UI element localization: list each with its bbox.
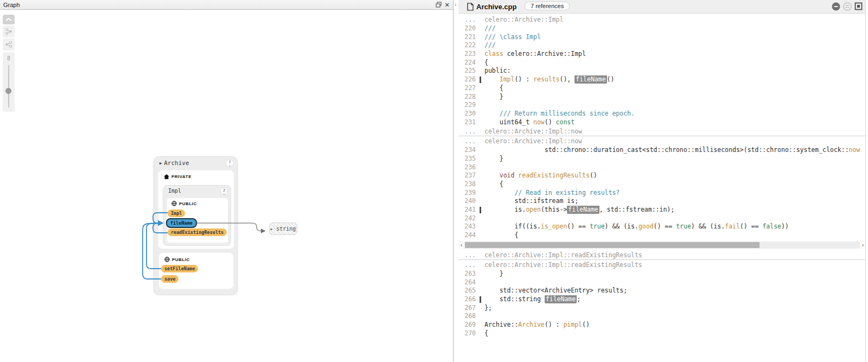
code-line: 236 [458, 163, 866, 172]
splitter-collapse-arrow[interactable]: ‹ [455, 2, 459, 9]
scope-ellipsis: ... [458, 250, 478, 259]
marker-gutter [478, 321, 484, 329]
minimize-code-view-icon[interactable] [832, 2, 840, 11]
archive-node-header[interactable]: ▶Archive 7 ⌄ [154, 157, 237, 169]
graph-node-read-existing-results[interactable]: readExistingResults [168, 228, 227, 236]
scroll-right-arrow[interactable]: › [860, 241, 866, 249]
filename-highlight[interactable]: fileName [575, 75, 607, 84]
marker-gutter [478, 163, 484, 172]
code-line: 269Archive::Archive() : pimpl() [458, 321, 866, 329]
code-text: Archive::Archive() : pimpl() [484, 321, 866, 329]
graph-node-impl-ctor[interactable]: Impl [168, 209, 185, 217]
graph-node-set-filename[interactable]: setFileName [161, 265, 198, 272]
code-text: std::chrono::duration_cast<std::chrono::… [484, 146, 866, 155]
line-number: 265 [458, 287, 478, 295]
code-token: ; [577, 295, 580, 303]
file-name[interactable]: Archive.cpp [476, 3, 516, 11]
code-line: 231 uint64_t now() const [458, 118, 866, 127]
snippet-scope-row[interactable]: ...celero::Archive::Impl [458, 15, 866, 24]
code-text: } [484, 155, 866, 163]
code-text [484, 163, 866, 172]
code-line: 270{ [458, 329, 866, 338]
marker-gutter [478, 172, 484, 180]
graph-toolbar: 8 [3, 15, 15, 112]
marker-gutter [478, 231, 484, 240]
filename-highlight[interactable]: fileName [567, 206, 599, 214]
code-line: 241 is.open(this->fileName, std::fstream… [458, 206, 866, 214]
code-text: Impl() : results(), fileName() [484, 75, 866, 84]
line-number: 227 [458, 84, 478, 93]
code-token: () == [654, 223, 676, 230]
code-token: } [484, 155, 503, 162]
code-text [484, 101, 866, 110]
graph-node-filename[interactable]: fileName [166, 218, 197, 228]
scrollbar-track[interactable] [464, 242, 860, 249]
graph-node-save[interactable]: save [161, 275, 178, 283]
filename-highlight[interactable]: fileName [545, 295, 577, 303]
active-reference-marker [478, 295, 484, 304]
horizontal-scrollbar[interactable]: ‹› [458, 241, 866, 249]
line-number: 266 [458, 295, 478, 304]
code-token: is_open [541, 223, 567, 230]
scrollbar-thumb[interactable] [465, 242, 760, 248]
line-number: 267 [458, 304, 478, 313]
code-text: } [484, 93, 866, 101]
code-line: 220/// [458, 24, 866, 33]
snippet-scope-row[interactable]: ...celero::Archive::Impl::readExistingRe… [458, 260, 866, 270]
graph-trail-backward-button[interactable] [3, 39, 15, 50]
code-token: pimpl [563, 321, 582, 328]
code-token: () : [545, 321, 564, 328]
maximize-code-view-icon[interactable] [854, 2, 863, 10]
code-token: open [526, 206, 541, 213]
graph-node-string[interactable]: ▶ string [269, 223, 297, 235]
file-icon [467, 3, 474, 11]
depth-slider-track[interactable] [8, 65, 9, 107]
scope-name: celero::Archive::Impl::readExistingResul… [484, 250, 866, 259]
code-token: celero::Archive::Impl [507, 50, 586, 58]
expand-triangle-icon: ▶ [271, 227, 273, 231]
line-number: 228 [458, 93, 478, 101]
code-token: good [639, 223, 654, 230]
code-line: 230 /// Return milliseconds since epoch. [458, 110, 866, 118]
collapse-toolbar-button[interactable] [3, 15, 15, 24]
code-line: 226 Impl() : results(), fileName() [458, 75, 866, 84]
code-line: 237 void readExistingResults() [458, 172, 866, 180]
code-text: void readExistingResults() [484, 172, 866, 180]
code-text: std::string fileName; [484, 295, 866, 304]
code-token: }; [484, 304, 492, 312]
code-text [484, 312, 866, 321]
references-badge[interactable]: 7 references [525, 2, 570, 10]
code-token: (this-> [541, 206, 567, 213]
impl-member-count-badge[interactable]: 2 ⌄ [220, 187, 228, 195]
impl-node-header[interactable]: Impl 2 ⌄ [163, 186, 231, 195]
scroll-left-arrow[interactable]: ‹ [458, 241, 464, 249]
scope-ellipsis: ... [458, 15, 478, 24]
snippet-scope-row[interactable]: ...celero::Archive::Impl::now [458, 136, 866, 146]
depth-slider-thumb[interactable] [5, 88, 11, 94]
graph-trail-forward-button[interactable] [3, 26, 15, 37]
marker-gutter [478, 84, 484, 93]
code-token [484, 110, 500, 117]
float-panel-icon[interactable] [436, 2, 442, 8]
active-reference-marker [478, 75, 484, 84]
scope-ellipsis: ... [458, 136, 478, 146]
graph-panel: Graph ✕ [0, 0, 454, 362]
graph-depth-control: 8 [3, 52, 15, 112]
snippet-scope-row[interactable]: ...celero::Archive::Impl::readExistingRe… [458, 250, 866, 260]
code-text: // Read in existing results? [484, 189, 866, 198]
marker-gutter [478, 33, 484, 42]
code-token [484, 189, 514, 196]
code-line: 264 [458, 278, 866, 287]
code-line: 235 } [458, 155, 866, 163]
code-token: Impl [500, 75, 515, 83]
snippet-scope-row[interactable]: ...celero::Archive::Impl::now [458, 126, 866, 136]
marker-gutter [478, 15, 484, 24]
line-number: 237 [458, 172, 478, 180]
line-number: 222 [458, 41, 478, 50]
close-panel-icon[interactable]: ✕ [444, 2, 450, 8]
code-line: 266 std::string fileName; [458, 295, 866, 304]
code-token: const [556, 118, 575, 126]
snippet-list-view-icon[interactable] [843, 2, 852, 11]
archive-member-count-badge[interactable]: 7 ⌄ [226, 159, 234, 167]
private-section-label: PRIVATE [171, 174, 192, 179]
